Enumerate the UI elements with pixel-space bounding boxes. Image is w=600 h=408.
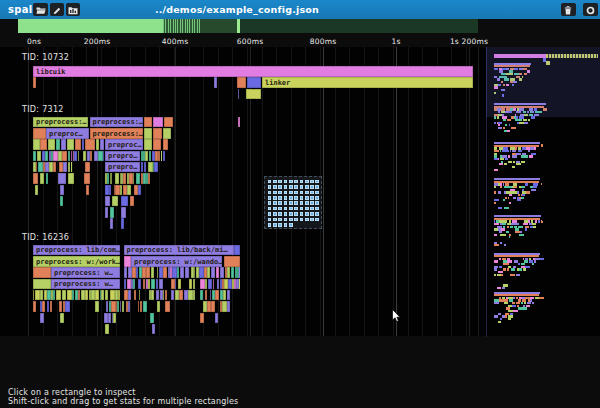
flame-span[interactable]: libcuik <box>33 66 473 77</box>
flame-span[interactable] <box>224 256 240 267</box>
minimap-rect <box>511 268 515 270</box>
flame-span[interactable] <box>60 185 65 196</box>
flame-span[interactable] <box>165 301 170 312</box>
settings-button[interactable] <box>583 3 598 16</box>
selection-cell <box>289 212 293 216</box>
flame-span[interactable] <box>60 196 64 207</box>
flame-span[interactable] <box>96 139 100 150</box>
flame-span[interactable] <box>110 207 115 218</box>
flame-span[interactable]: linker <box>262 77 473 88</box>
minimap-rect <box>494 202 496 204</box>
flame-span[interactable] <box>33 128 46 139</box>
flame-span[interactable] <box>152 324 156 335</box>
flame-span[interactable] <box>105 196 110 207</box>
flame-span[interactable] <box>153 139 162 150</box>
flame-span[interactable] <box>40 139 47 150</box>
flame-span[interactable] <box>46 173 49 184</box>
flame-span[interactable] <box>85 162 90 173</box>
flame-span[interactable] <box>48 139 56 150</box>
flame-span[interactable] <box>61 139 67 150</box>
minimap-rect <box>497 274 501 276</box>
flame-span[interactable] <box>75 139 81 150</box>
flame-span[interactable] <box>105 207 108 218</box>
flame-span[interactable] <box>84 173 90 184</box>
flame-span-label: preprocess: w:/wando… <box>131 256 222 266</box>
flame-span[interactable] <box>124 256 131 267</box>
flame-span[interactable]: preprocess: w… <box>51 279 120 290</box>
flame-span[interactable] <box>40 313 44 324</box>
flame-span[interactable] <box>35 185 39 196</box>
flame-span[interactable] <box>33 173 38 184</box>
flame-span[interactable]: preprocess: w:/wando… <box>131 256 222 267</box>
flame-span[interactable] <box>85 139 95 150</box>
selection-cell <box>284 196 288 200</box>
flame-span[interactable]: preprocess: lib/back/mi… <box>124 245 234 256</box>
flame-span[interactable] <box>33 267 51 278</box>
flame-span[interactable] <box>246 89 261 100</box>
flame-span[interactable] <box>144 117 152 128</box>
flame-span[interactable] <box>163 151 166 162</box>
flame-span[interactable]: preproc… <box>105 139 143 150</box>
selection-cell <box>315 180 319 184</box>
minimap-rect <box>516 274 521 276</box>
flame-rect <box>151 267 155 278</box>
time-tick-label: 1s 200ms <box>450 37 488 46</box>
flame-span[interactable] <box>105 324 109 335</box>
flame-span[interactable] <box>215 313 219 324</box>
flame-span[interactable]: preprocess: w:/work… <box>33 256 120 267</box>
flame-span[interactable] <box>121 207 127 218</box>
minimap-rect <box>507 119 511 121</box>
flame-span[interactable] <box>234 245 240 256</box>
minimap-rect <box>512 305 516 307</box>
flame-span[interactable] <box>144 128 153 139</box>
flame-span[interactable] <box>163 139 168 150</box>
flame-span[interactable]: preprocess: w… <box>51 267 120 278</box>
flame-span[interactable]: preproc… <box>46 128 89 139</box>
flame-span[interactable] <box>100 139 105 150</box>
trash-button[interactable] <box>561 3 576 16</box>
flame-span[interactable] <box>200 313 204 324</box>
flame-span[interactable] <box>163 128 171 139</box>
flame-span[interactable]: preprocess:… <box>90 117 144 128</box>
flame-span[interactable] <box>60 313 64 324</box>
flame-span[interactable] <box>121 196 129 207</box>
flame-span[interactable] <box>40 173 45 184</box>
flame-span[interactable] <box>56 139 61 150</box>
flame-span[interactable] <box>112 196 119 207</box>
selection-region[interactable] <box>264 176 322 230</box>
flame-rect <box>227 301 230 312</box>
flame-span[interactable] <box>238 117 240 128</box>
flame-span[interactable] <box>67 139 75 150</box>
flame-span[interactable] <box>164 117 174 128</box>
flame-span[interactable] <box>121 218 125 229</box>
minimap-rect <box>516 163 521 165</box>
flame-rect <box>90 151 92 162</box>
flame-span[interactable] <box>144 139 152 150</box>
flame-span[interactable]: preprocess:… <box>90 128 144 139</box>
flame-span[interactable]: prepro… <box>105 162 140 173</box>
gridline <box>478 47 479 336</box>
flame-span[interactable] <box>33 139 40 150</box>
flame-span[interactable] <box>153 117 163 128</box>
flame-span[interactable]: preprocess: lib/com… <box>33 245 120 256</box>
flame-span[interactable] <box>33 279 51 290</box>
flame-span[interactable] <box>247 77 261 88</box>
flame-span[interactable] <box>237 77 246 88</box>
flame-span[interactable] <box>110 218 114 229</box>
flame-span[interactable] <box>86 185 90 196</box>
histogram-segment <box>163 19 200 34</box>
flame-span[interactable]: prepro… <box>105 151 140 162</box>
flame-span[interactable] <box>130 196 135 207</box>
flame-span[interactable] <box>33 77 36 88</box>
flame-span[interactable]: preprocess:… <box>33 117 88 128</box>
flame-span[interactable] <box>68 173 75 184</box>
selection-cell <box>300 218 304 222</box>
flame-span[interactable] <box>238 89 240 100</box>
flame-span[interactable] <box>153 128 162 139</box>
flame-span[interactable] <box>214 77 217 88</box>
selection-cell <box>300 185 304 189</box>
flame-rect <box>62 151 67 162</box>
flame-span[interactable] <box>150 313 154 324</box>
flame-span[interactable] <box>58 173 67 184</box>
flame-span[interactable] <box>82 139 85 150</box>
